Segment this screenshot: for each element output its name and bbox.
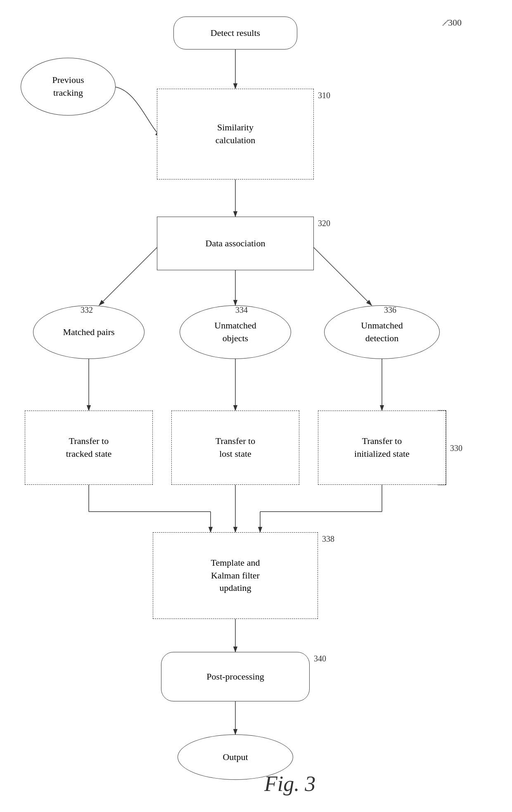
detect-results-label: Detect results — [211, 27, 260, 40]
detect-results-node: Detect results — [173, 17, 297, 50]
post-processing-label: Post-processing — [206, 670, 264, 683]
data-association-node: Data association — [157, 217, 314, 270]
transfer-lost-node: Transfer to lost state — [171, 411, 299, 485]
transfer-initialized-node: Transfer to initialized state — [318, 411, 446, 485]
similarity-calc-node: Similarity calculation — [157, 89, 314, 179]
label-330: 330 — [450, 444, 462, 453]
transfer-tracked-label: Transfer to tracked state — [66, 435, 112, 460]
post-processing-node: Post-processing — [161, 652, 310, 701]
svg-line-4 — [99, 243, 161, 305]
data-association-label: Data association — [206, 237, 265, 250]
previous-tracking-label: Previous tracking — [52, 74, 84, 99]
unmatched-detection-label: Unmatched detection — [361, 319, 403, 345]
transfer-lost-label: Transfer to lost state — [216, 435, 255, 460]
output-label: Output — [223, 751, 248, 764]
label-340: 340 — [314, 654, 326, 663]
svg-line-6 — [310, 243, 372, 305]
label-334: 334 — [235, 305, 248, 315]
transfer-initialized-label: Transfer to initialized state — [354, 435, 410, 460]
diagram: Detect results 300 ⟋ Previous tracking S… — [0, 0, 512, 812]
label-320: 320 — [318, 219, 330, 228]
unmatched-objects-label: Unmatched objects — [214, 319, 256, 345]
label-338: 338 — [322, 534, 334, 544]
similarity-calc-label: Similarity calculation — [216, 121, 256, 147]
label-310: 310 — [318, 91, 330, 100]
transfer-tracked-node: Transfer to tracked state — [25, 411, 153, 485]
fig-label: Fig. 3 — [264, 772, 315, 796]
fig-label-text: Fig. 3 — [264, 772, 315, 795]
template-kalman-label: Template and Kalman filter updating — [211, 557, 260, 595]
matched-pairs-label: Matched pairs — [63, 326, 114, 339]
slash-300: ⟋ — [440, 16, 451, 29]
label-332: 332 — [81, 305, 93, 315]
label-336: 336 — [384, 305, 396, 315]
template-kalman-node: Template and Kalman filter updating — [153, 532, 318, 619]
previous-tracking-node: Previous tracking — [21, 58, 116, 116]
unmatched-detection-node: Unmatched detection — [324, 305, 440, 359]
